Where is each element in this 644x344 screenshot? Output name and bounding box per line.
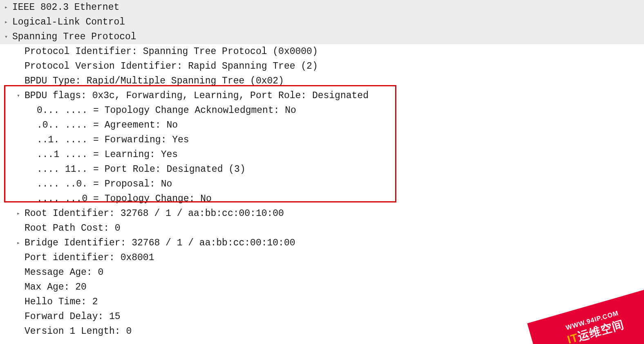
chevron-right-icon: ▸ [12,236,25,250]
field-root-path-cost[interactable]: Root Path Cost: 0 [0,221,644,236]
field-text: Root Identifier: 32768 / 1 / aa:bb:cc:00… [25,206,284,221]
tree-label: Logical-Link Control [12,15,125,29]
field-protocol-identifier[interactable]: Protocol Identifier: Spanning Tree Proto… [0,44,644,59]
tree-label: BPDU flags: 0x3c, Forwarding, Learning, … [25,88,369,103]
field-text: BPDU Type: Rapid/Multiple Spanning Tree … [25,74,284,88]
field-text: Root Path Cost: 0 [25,221,121,236]
chevron-right-icon: ▸ [0,0,12,15]
field-text: .... ..0. = Proposal: No [37,177,172,191]
field-text: Bridge Identifier: 32768 / 1 / aa:bb:cc:… [25,236,295,250]
field-text: Message Age: 0 [25,265,103,280]
field-text: ..1. .... = Forwarding: Yes [37,133,189,147]
field-max-age[interactable]: Max Age: 20 [0,280,644,295]
field-text: Version 1 Length: 0 [25,324,132,339]
tree-node-ieee-ethernet[interactable]: ▸ IEEE 802.3 Ethernet [0,0,644,15]
tree-node-bpdu-flags[interactable]: ▾ BPDU flags: 0x3c, Forwarding, Learning… [0,88,644,103]
field-text: Port identifier: 0x8001 [25,250,154,265]
field-text: .... ...0 = Topology Change: No [37,191,212,206]
field-text: Forward Delay: 15 [25,309,121,324]
tree-node-root-identifier[interactable]: ▸ Root Identifier: 32768 / 1 / aa:bb:cc:… [0,206,644,221]
tree-node-bridge-identifier[interactable]: ▸ Bridge Identifier: 32768 / 1 / aa:bb:c… [0,236,644,250]
tree-label: Spanning Tree Protocol [12,29,136,44]
field-text: Protocol Version Identifier: Rapid Spann… [25,59,318,74]
field-text: ...1 .... = Learning: Yes [37,147,178,162]
tree-node-llc[interactable]: ▸ Logical-Link Control [0,15,644,29]
chevron-right-icon: ▸ [12,206,25,221]
flag-forwarding[interactable]: ..1. .... = Forwarding: Yes [0,133,644,147]
flag-proposal[interactable]: .... ..0. = Proposal: No [0,177,644,191]
flag-port-role[interactable]: .... 11.. = Port Role: Designated (3) [0,162,644,177]
field-text: Hello Time: 2 [25,295,98,309]
packet-details-tree: ▸ IEEE 802.3 Ethernet ▸ Logical-Link Con… [0,0,644,339]
field-protocol-version[interactable]: Protocol Version Identifier: Rapid Spann… [0,59,644,74]
flag-learning[interactable]: ...1 .... = Learning: Yes [0,147,644,162]
field-hello-time[interactable]: Hello Time: 2 [0,295,644,309]
flag-agreement[interactable]: .0.. .... = Agreement: No [0,118,644,133]
field-message-age[interactable]: Message Age: 0 [0,265,644,280]
flag-tca[interactable]: 0... .... = Topology Change Acknowledgme… [0,103,644,118]
field-text: .0.. .... = Agreement: No [37,118,178,133]
tree-node-stp[interactable]: ▾ Spanning Tree Protocol [0,29,644,44]
field-text: Max Age: 20 [25,280,87,295]
chevron-right-icon: ▸ [0,15,12,29]
chevron-down-icon: ▾ [0,29,12,44]
field-text: Protocol Identifier: Spanning Tree Proto… [25,44,318,59]
chevron-down-icon: ▾ [12,88,25,103]
tree-label: IEEE 802.3 Ethernet [12,0,119,15]
field-port-identifier[interactable]: Port identifier: 0x8001 [0,250,644,265]
field-text: 0... .... = Topology Change Acknowledgme… [37,103,296,118]
flag-topology-change[interactable]: .... ...0 = Topology Change: No [0,191,644,206]
field-text: .... 11.. = Port Role: Designated (3) [37,162,246,177]
field-bpdu-type[interactable]: BPDU Type: Rapid/Multiple Spanning Tree … [0,74,644,88]
